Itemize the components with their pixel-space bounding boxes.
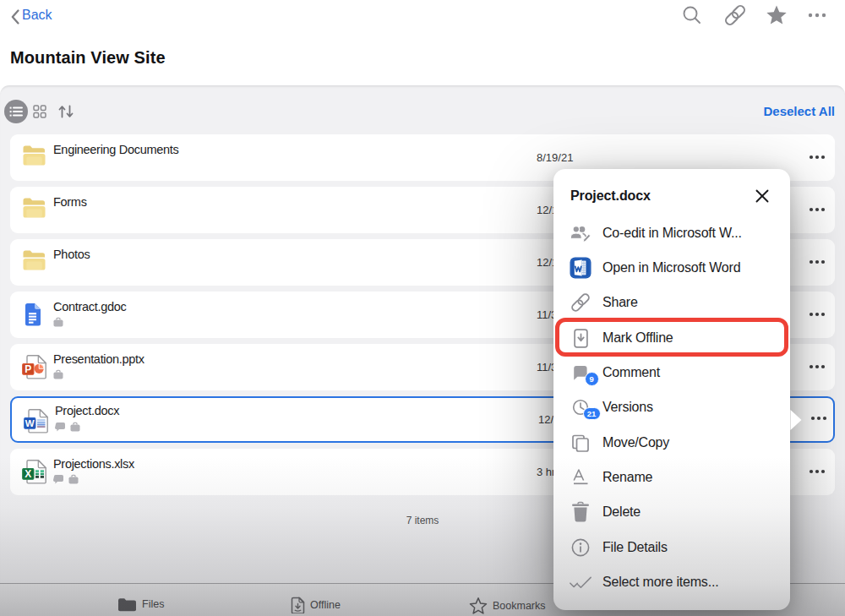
svg-text:P: P [25, 363, 31, 375]
svg-text:X: X [25, 468, 31, 480]
svg-text:W: W [25, 418, 35, 428]
